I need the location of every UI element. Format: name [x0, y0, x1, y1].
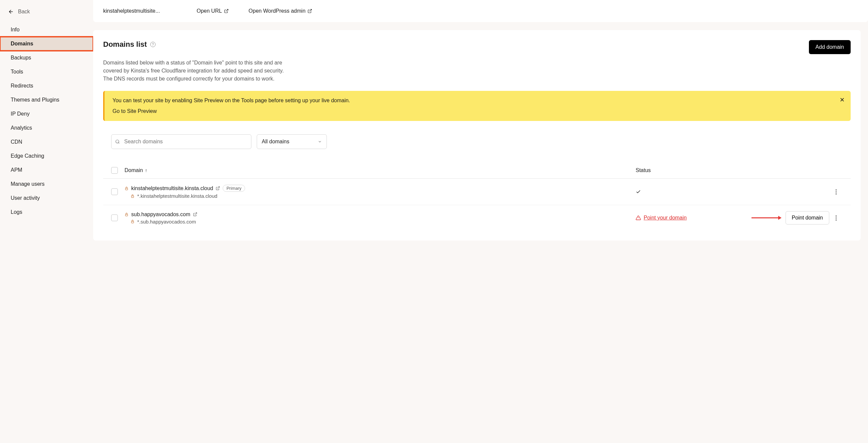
row-checkbox[interactable] — [111, 188, 118, 195]
sidebar-item-edge-caching[interactable]: Edge Caching — [0, 149, 93, 163]
row-menu-button[interactable] — [829, 189, 843, 195]
search-icon — [115, 139, 120, 144]
open-url-label: Open URL — [197, 8, 222, 14]
table-header: Domain ↑ Status — [103, 163, 850, 179]
primary-badge: Primary — [223, 185, 245, 192]
wildcard-domain: *.kinstahelptestmultisite.kinsta.cloud — [137, 193, 217, 199]
svg-rect-3 — [126, 214, 128, 216]
panel-title: Domains list — [103, 40, 147, 49]
row-checkbox[interactable] — [111, 214, 118, 221]
arrow-right-icon — [751, 215, 781, 220]
svg-rect-4 — [131, 222, 134, 223]
warning-icon — [636, 215, 641, 220]
open-wp-label: Open WordPress admin — [249, 8, 306, 14]
back-button[interactable]: Back — [0, 7, 93, 17]
back-label: Back — [18, 9, 30, 15]
svg-rect-1 — [126, 188, 128, 190]
check-icon — [636, 189, 641, 195]
row-menu-button[interactable] — [829, 215, 843, 220]
domains-table: Domain ↑ Status kinstahelptestmultisite.… — [103, 163, 850, 231]
open-wp-admin-link[interactable]: Open WordPress admin — [249, 8, 312, 14]
panel-description: Domains listed below with a status of "D… — [103, 59, 290, 83]
help-icon[interactable]: ? — [150, 42, 156, 47]
sidebar-item-ip-deny[interactable]: IP Deny — [0, 107, 93, 121]
search-input[interactable] — [111, 134, 251, 149]
site-preview-alert: You can test your site by enabling Site … — [103, 91, 850, 121]
svg-marker-6 — [778, 216, 781, 220]
svg-point-0 — [116, 140, 119, 143]
wildcard-domain: *.sub.happyavocados.com — [137, 219, 196, 225]
svg-rect-2 — [131, 196, 134, 198]
alert-link[interactable]: Go to Site Preview — [113, 108, 843, 114]
table-row: sub.happyavocados.com *.sub.happyavocado… — [103, 205, 850, 231]
external-link-icon[interactable] — [193, 212, 197, 216]
sidebar-item-logs[interactable]: Logs — [0, 205, 93, 219]
domain-name[interactable]: kinstahelptestmultisite.kinsta.cloud — [131, 185, 213, 191]
lock-icon — [125, 186, 128, 190]
column-domain[interactable]: Domain ↑ — [125, 167, 636, 173]
sidebar-item-domains[interactable]: Domains — [0, 37, 93, 51]
external-link-icon[interactable] — [216, 186, 220, 190]
lock-icon — [130, 219, 134, 224]
sidebar: Back Info Domains Backups Tools Redirect… — [0, 0, 93, 443]
domain-filter-select[interactable]: All domains — [257, 134, 327, 149]
table-row: kinstahelptestmultisite.kinsta.cloud Pri… — [103, 179, 850, 205]
open-url-link[interactable]: Open URL — [197, 8, 229, 14]
lock-icon — [130, 194, 134, 198]
main-content: kinstahelptestmultisite... Open URL Open… — [93, 0, 868, 443]
column-status[interactable]: Status — [636, 167, 749, 173]
sidebar-item-backups[interactable]: Backups — [0, 51, 93, 65]
sidebar-item-info[interactable]: Info — [0, 23, 93, 37]
close-icon[interactable]: ✕ — [840, 97, 845, 103]
point-your-domain-link[interactable]: Point your domain — [644, 215, 687, 221]
sort-arrow-up-icon: ↑ — [145, 168, 147, 173]
alert-text: You can test your site by enabling Site … — [113, 97, 843, 104]
sidebar-item-manage-users[interactable]: Manage users — [0, 177, 93, 191]
lock-icon — [125, 212, 128, 216]
sidebar-item-analytics[interactable]: Analytics — [0, 121, 93, 135]
arrow-left-icon — [8, 9, 14, 15]
filter-selected-label: All domains — [262, 139, 289, 145]
site-name: kinstahelptestmultisite... — [103, 8, 177, 14]
domains-panel: Domains list ? Add domain Domains listed… — [93, 30, 861, 240]
external-link-icon — [307, 9, 312, 13]
topbar: kinstahelptestmultisite... Open URL Open… — [93, 0, 868, 22]
select-all-checkbox[interactable] — [111, 167, 118, 174]
point-domain-button[interactable]: Point domain — [785, 211, 829, 225]
add-domain-button[interactable]: Add domain — [809, 40, 850, 54]
domain-name[interactable]: sub.happyavocados.com — [131, 211, 190, 217]
sidebar-item-themes-plugins[interactable]: Themes and Plugins — [0, 93, 93, 107]
sidebar-item-redirects[interactable]: Redirects — [0, 79, 93, 93]
chevron-down-icon — [318, 140, 322, 144]
sidebar-item-user-activity[interactable]: User activity — [0, 191, 93, 205]
sidebar-item-tools[interactable]: Tools — [0, 65, 93, 79]
external-link-icon — [224, 9, 229, 13]
sidebar-item-cdn[interactable]: CDN — [0, 135, 93, 149]
sidebar-item-apm[interactable]: APM — [0, 163, 93, 177]
